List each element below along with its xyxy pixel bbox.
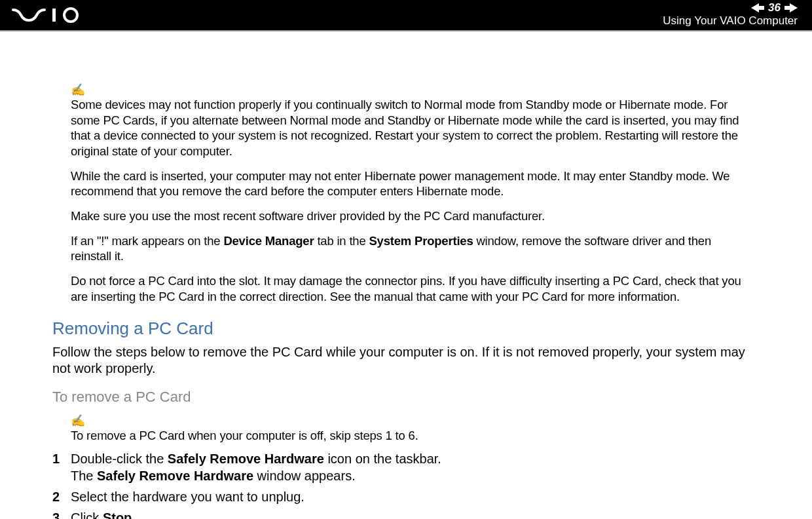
svg-rect-0 — [52, 9, 56, 22]
step-number: 1 — [52, 450, 71, 467]
step-item: 1 Double-click the Safely Remove Hardwar… — [52, 450, 753, 484]
steps-list: 1 Double-click the Safely Remove Hardwar… — [52, 450, 753, 519]
note-paragraph: Some devices may not function properly i… — [71, 97, 753, 159]
vaio-logo — [12, 0, 103, 30]
note-paragraph: Do not force a PC Card into the slot. It… — [71, 273, 753, 304]
procedure-heading: To remove a PC Card — [52, 389, 753, 406]
step-number: 2 — [52, 488, 71, 505]
svg-point-1 — [64, 9, 77, 22]
header-bar: 36 Using Your VAIO Computer — [0, 0, 812, 30]
svg-marker-3 — [784, 3, 798, 12]
prev-page-arrow[interactable] — [751, 3, 764, 12]
page-number: 36 — [768, 2, 781, 13]
note-icon: ✍ — [71, 84, 753, 96]
next-page-arrow[interactable] — [784, 3, 798, 12]
step-number: 3 — [52, 509, 71, 519]
step-item: 2 Select the hardware you want to unplug… — [52, 488, 753, 505]
note-icon: ✍ — [71, 415, 753, 427]
chapter-title: Using Your VAIO Computer — [663, 14, 798, 28]
note-paragraph: While the card is inserted, your compute… — [71, 168, 753, 199]
tip-text: To remove a PC Card when your computer i… — [71, 428, 753, 443]
note-paragraph: Make sure you use the most recent softwa… — [71, 208, 753, 224]
section-intro: Follow the steps below to remove the PC … — [52, 344, 753, 377]
section-heading: Removing a PC Card — [52, 318, 753, 339]
step-body: Double-click the Safely Remove Hardware … — [71, 450, 753, 484]
step-body: Click Stop. The Stop a Hardware Device w… — [71, 509, 753, 519]
page-content: ✍ Some devices may not function properly… — [0, 31, 812, 519]
step-item: 3 Click Stop. The Stop a Hardware Device… — [52, 509, 753, 519]
note-paragraph: If an "!" mark appears on the Device Man… — [71, 233, 753, 264]
svg-marker-2 — [751, 3, 764, 12]
step-body: Select the hardware you want to unplug. — [71, 488, 753, 505]
page-nav: 36 Using Your VAIO Computer — [663, 0, 798, 30]
